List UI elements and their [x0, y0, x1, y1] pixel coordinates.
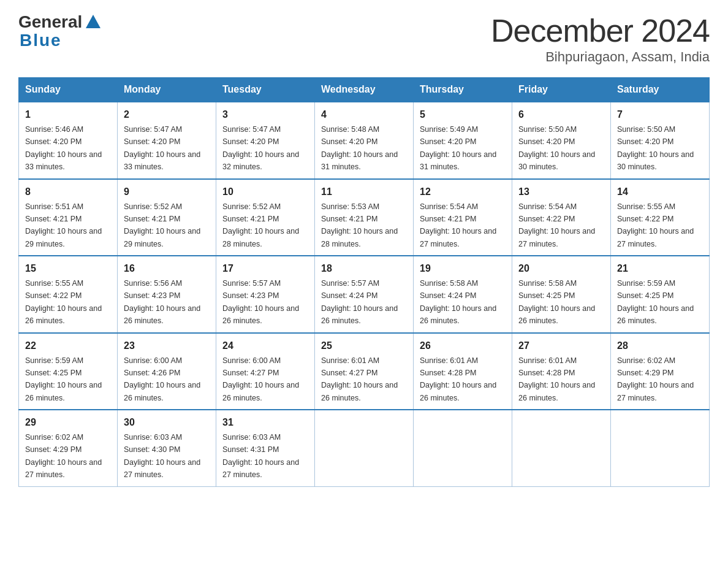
col-thursday: Thursday	[414, 78, 512, 102]
day-info: Sunrise: 5:57 AMSunset: 4:23 PMDaylight:…	[222, 279, 299, 325]
day-info: Sunrise: 6:02 AMSunset: 4:29 PMDaylight:…	[25, 433, 102, 479]
table-row: 13 Sunrise: 5:54 AMSunset: 4:22 PMDaylig…	[512, 179, 611, 256]
logo-general-text: General	[18, 12, 82, 32]
table-row: 5 Sunrise: 5:49 AMSunset: 4:20 PMDayligh…	[414, 102, 512, 179]
logo-arrow-icon	[85, 13, 102, 32]
calendar-week-row: 29 Sunrise: 6:02 AMSunset: 4:29 PMDaylig…	[19, 410, 710, 486]
day-number: 8	[25, 185, 111, 199]
day-info: Sunrise: 5:49 AMSunset: 4:20 PMDaylight:…	[420, 125, 496, 171]
col-tuesday: Tuesday	[216, 78, 315, 102]
day-number: 2	[124, 107, 210, 122]
table-row: 20 Sunrise: 5:58 AMSunset: 4:25 PMDaylig…	[512, 256, 611, 333]
day-number: 22	[25, 339, 111, 353]
day-number: 17	[222, 261, 308, 276]
day-number: 11	[321, 185, 407, 199]
page-header: General Blue December 2024 Bihpuriagaon,…	[18, 12, 710, 65]
calendar-title-section: December 2024 Bihpuriagaon, Assam, India	[491, 12, 710, 65]
table-row: 28 Sunrise: 6:02 AMSunset: 4:29 PMDaylig…	[611, 333, 710, 410]
day-info: Sunrise: 5:48 AMSunset: 4:20 PMDaylight:…	[321, 125, 398, 171]
day-number: 26	[420, 339, 506, 353]
logo: General Blue	[18, 12, 102, 50]
table-row: 1 Sunrise: 5:46 AMSunset: 4:20 PMDayligh…	[19, 102, 118, 179]
table-row: 4 Sunrise: 5:48 AMSunset: 4:20 PMDayligh…	[315, 102, 414, 179]
table-row: 9 Sunrise: 5:52 AMSunset: 4:21 PMDayligh…	[118, 179, 216, 256]
table-row: 2 Sunrise: 5:47 AMSunset: 4:20 PMDayligh…	[118, 102, 216, 179]
table-row: 22 Sunrise: 5:59 AMSunset: 4:25 PMDaylig…	[19, 333, 118, 410]
day-info: Sunrise: 5:53 AMSunset: 4:21 PMDaylight:…	[321, 202, 398, 248]
table-row	[512, 410, 611, 486]
table-row: 16 Sunrise: 5:56 AMSunset: 4:23 PMDaylig…	[118, 256, 216, 333]
day-info: Sunrise: 5:54 AMSunset: 4:21 PMDaylight:…	[420, 202, 496, 248]
day-info: Sunrise: 6:00 AMSunset: 4:27 PMDaylight:…	[222, 356, 299, 402]
table-row: 17 Sunrise: 5:57 AMSunset: 4:23 PMDaylig…	[216, 256, 315, 333]
table-row: 8 Sunrise: 5:51 AMSunset: 4:21 PMDayligh…	[19, 179, 118, 256]
day-info: Sunrise: 5:58 AMSunset: 4:24 PMDaylight:…	[420, 279, 496, 325]
day-number: 21	[617, 261, 703, 276]
day-number: 9	[124, 185, 210, 199]
day-info: Sunrise: 5:52 AMSunset: 4:21 PMDaylight:…	[124, 202, 200, 248]
day-info: Sunrise: 6:01 AMSunset: 4:27 PMDaylight:…	[321, 356, 398, 402]
table-row: 18 Sunrise: 5:57 AMSunset: 4:24 PMDaylig…	[315, 256, 414, 333]
day-info: Sunrise: 5:47 AMSunset: 4:20 PMDaylight:…	[124, 125, 200, 171]
day-info: Sunrise: 5:58 AMSunset: 4:25 PMDaylight:…	[518, 279, 595, 325]
day-number: 18	[321, 261, 407, 276]
location-subtitle: Bihpuriagaon, Assam, India	[491, 49, 710, 65]
day-info: Sunrise: 5:54 AMSunset: 4:22 PMDaylight:…	[518, 202, 595, 248]
table-row: 6 Sunrise: 5:50 AMSunset: 4:20 PMDayligh…	[512, 102, 611, 179]
day-number: 30	[124, 415, 210, 430]
table-row: 31 Sunrise: 6:03 AMSunset: 4:31 PMDaylig…	[216, 410, 315, 486]
day-info: Sunrise: 5:47 AMSunset: 4:20 PMDaylight:…	[222, 125, 299, 171]
day-info: Sunrise: 6:02 AMSunset: 4:29 PMDaylight:…	[617, 356, 694, 402]
table-row: 15 Sunrise: 5:55 AMSunset: 4:22 PMDaylig…	[19, 256, 118, 333]
calendar-header-row: Sunday Monday Tuesday Wednesday Thursday…	[19, 78, 710, 102]
day-info: Sunrise: 6:00 AMSunset: 4:26 PMDaylight:…	[124, 356, 200, 402]
col-saturday: Saturday	[611, 78, 710, 102]
day-info: Sunrise: 6:03 AMSunset: 4:30 PMDaylight:…	[124, 433, 200, 479]
day-info: Sunrise: 5:55 AMSunset: 4:22 PMDaylight:…	[617, 202, 694, 248]
day-info: Sunrise: 5:50 AMSunset: 4:20 PMDaylight:…	[617, 125, 694, 171]
day-number: 20	[518, 261, 604, 276]
table-row	[611, 410, 710, 486]
table-row: 21 Sunrise: 5:59 AMSunset: 4:25 PMDaylig…	[611, 256, 710, 333]
table-row: 24 Sunrise: 6:00 AMSunset: 4:27 PMDaylig…	[216, 333, 315, 410]
month-year-title: December 2024	[491, 12, 710, 49]
col-wednesday: Wednesday	[315, 78, 414, 102]
svg-marker-0	[86, 15, 100, 28]
day-number: 6	[518, 107, 604, 122]
table-row: 19 Sunrise: 5:58 AMSunset: 4:24 PMDaylig…	[414, 256, 512, 333]
day-info: Sunrise: 5:50 AMSunset: 4:20 PMDaylight:…	[518, 125, 595, 171]
day-info: Sunrise: 5:56 AMSunset: 4:23 PMDaylight:…	[124, 279, 200, 325]
day-number: 16	[124, 261, 210, 276]
table-row: 11 Sunrise: 5:53 AMSunset: 4:21 PMDaylig…	[315, 179, 414, 256]
table-row: 7 Sunrise: 5:50 AMSunset: 4:20 PMDayligh…	[611, 102, 710, 179]
day-number: 24	[222, 339, 308, 353]
table-row: 23 Sunrise: 6:00 AMSunset: 4:26 PMDaylig…	[118, 333, 216, 410]
table-row: 26 Sunrise: 6:01 AMSunset: 4:28 PMDaylig…	[414, 333, 512, 410]
day-info: Sunrise: 6:01 AMSunset: 4:28 PMDaylight:…	[518, 356, 595, 402]
day-number: 12	[420, 185, 506, 199]
day-number: 28	[617, 339, 703, 353]
table-row: 12 Sunrise: 5:54 AMSunset: 4:21 PMDaylig…	[414, 179, 512, 256]
day-info: Sunrise: 5:46 AMSunset: 4:20 PMDaylight:…	[25, 125, 102, 171]
table-row: 25 Sunrise: 6:01 AMSunset: 4:27 PMDaylig…	[315, 333, 414, 410]
day-number: 3	[222, 107, 308, 122]
day-number: 23	[124, 339, 210, 353]
day-number: 13	[518, 185, 604, 199]
day-number: 25	[321, 339, 407, 353]
calendar-table: Sunday Monday Tuesday Wednesday Thursday…	[18, 77, 710, 487]
day-number: 4	[321, 107, 407, 122]
day-number: 29	[25, 415, 111, 430]
day-number: 10	[222, 185, 308, 199]
day-number: 14	[617, 185, 703, 199]
day-number: 5	[420, 107, 506, 122]
day-number: 31	[222, 415, 308, 430]
table-row	[414, 410, 512, 486]
calendar-week-row: 1 Sunrise: 5:46 AMSunset: 4:20 PMDayligh…	[19, 102, 710, 179]
day-info: Sunrise: 6:01 AMSunset: 4:28 PMDaylight:…	[420, 356, 496, 402]
table-row: 10 Sunrise: 5:52 AMSunset: 4:21 PMDaylig…	[216, 179, 315, 256]
table-row: 3 Sunrise: 5:47 AMSunset: 4:20 PMDayligh…	[216, 102, 315, 179]
table-row	[315, 410, 414, 486]
day-info: Sunrise: 5:52 AMSunset: 4:21 PMDaylight:…	[222, 202, 299, 248]
day-info: Sunrise: 5:55 AMSunset: 4:22 PMDaylight:…	[25, 279, 102, 325]
day-number: 27	[518, 339, 604, 353]
